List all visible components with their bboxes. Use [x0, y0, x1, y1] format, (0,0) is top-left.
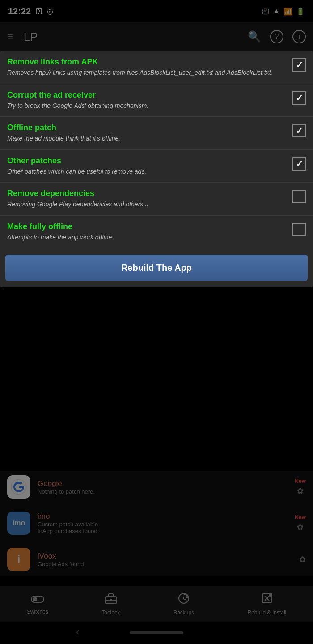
patch-item-remove-deps[interactable]: Remove dependencies Removing Google Play… — [0, 183, 313, 216]
checkmark-icon: ✓ — [296, 158, 303, 169]
patch-remove-links-title: Remove links from APK — [7, 57, 287, 67]
patch-offline-checkbox[interactable]: ✓ — [292, 124, 306, 137]
patch-remove-deps-desc: Removing Google Play dependencies and ot… — [7, 200, 287, 209]
patch-item-offline[interactable]: Offline patch Make the ad module think t… — [0, 117, 313, 150]
checkmark-icon: ✓ — [296, 60, 303, 70]
patch-remove-deps-checkbox[interactable]: ✓ — [292, 190, 306, 203]
patch-other-text: Other patches Other patches which can be… — [7, 156, 287, 176]
patch-corrupt-ad-title: Corrupt the ad receiver — [7, 90, 287, 100]
patch-other-title: Other patches — [7, 156, 287, 166]
patch-remove-links-text: Remove links from APK Removes http:// li… — [7, 57, 287, 77]
patch-make-offline-text: Make fully offline Attempts to make the … — [7, 222, 287, 242]
patch-item-other[interactable]: Other patches Other patches which can be… — [0, 150, 313, 183]
patch-other-desc: Other patches which can be useful to rem… — [7, 167, 287, 176]
patch-item-make-offline[interactable]: Make fully offline Attempts to make the … — [0, 216, 313, 248]
patch-item-corrupt-ad[interactable]: Corrupt the ad receiver Try to break the… — [0, 84, 313, 117]
patch-corrupt-ad-checkbox[interactable]: ✓ — [292, 91, 306, 105]
patch-offline-desc: Make the ad module think that it's offli… — [7, 134, 287, 143]
patch-modal: Remove links from APK Removes http:// li… — [0, 51, 313, 287]
patch-make-offline-desc: Attempts to make the app work offline. — [7, 233, 287, 242]
patch-remove-links-checkbox[interactable]: ✓ — [292, 58, 306, 72]
checkmark-icon: ✓ — [296, 125, 303, 136]
patch-make-offline-checkbox[interactable]: ✓ — [292, 223, 306, 236]
patch-offline-title: Offline patch — [7, 123, 287, 132]
patch-other-checkbox[interactable]: ✓ — [292, 157, 306, 171]
patch-remove-links-desc: Removes http:// links using templates fr… — [7, 68, 287, 77]
patch-make-offline-title: Make fully offline — [7, 222, 287, 231]
patch-item-remove-links[interactable]: Remove links from APK Removes http:// li… — [0, 51, 313, 84]
rebuild-button[interactable]: Rebuild The App — [5, 255, 308, 281]
patch-corrupt-ad-text: Corrupt the ad receiver Try to break the… — [7, 90, 287, 111]
patch-offline-text: Offline patch Make the ad module think t… — [7, 123, 287, 143]
checkmark-icon: ✓ — [296, 93, 303, 103]
patch-remove-deps-title: Remove dependencies — [7, 189, 287, 198]
patch-remove-deps-text: Remove dependencies Removing Google Play… — [7, 189, 287, 209]
patch-corrupt-ad-desc: Try to break the Google Ads' obtaining m… — [7, 102, 287, 111]
